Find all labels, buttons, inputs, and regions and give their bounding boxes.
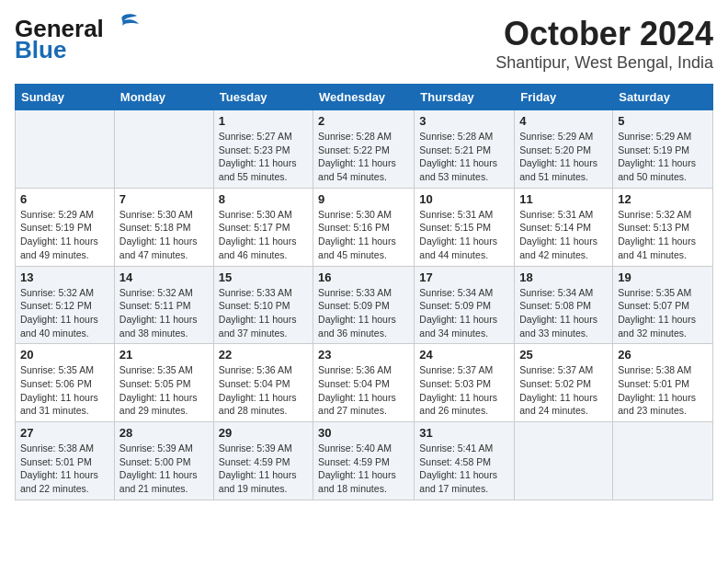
day-number: 26	[618, 348, 708, 362]
logo: General Blue	[15, 15, 139, 64]
day-number: 1	[219, 114, 308, 128]
day-number: 2	[318, 114, 409, 128]
calendar-cell: 22Sunrise: 5:36 AM Sunset: 5:04 PM Dayli…	[213, 344, 313, 422]
day-number: 30	[318, 426, 409, 440]
calendar-cell: 26Sunrise: 5:38 AM Sunset: 5:01 PM Dayli…	[613, 344, 713, 422]
day-info: Sunrise: 5:28 AM Sunset: 5:22 PM Dayligh…	[318, 130, 409, 184]
calendar-week-row: 13Sunrise: 5:32 AM Sunset: 5:12 PM Dayli…	[16, 266, 713, 344]
calendar-cell: 25Sunrise: 5:37 AM Sunset: 5:02 PM Dayli…	[515, 344, 613, 422]
calendar-cell	[613, 422, 713, 500]
day-info: Sunrise: 5:31 AM Sunset: 5:15 PM Dayligh…	[419, 208, 509, 262]
day-number: 31	[419, 426, 509, 440]
calendar-cell: 30Sunrise: 5:40 AM Sunset: 4:59 PM Dayli…	[313, 422, 415, 500]
day-number: 4	[519, 114, 608, 128]
day-info: Sunrise: 5:30 AM Sunset: 5:16 PM Dayligh…	[318, 208, 409, 262]
day-number: 12	[618, 192, 708, 206]
day-info: Sunrise: 5:28 AM Sunset: 5:21 PM Dayligh…	[419, 130, 509, 184]
header-cell-thursday: Thursday	[415, 85, 515, 110]
calendar-cell	[16, 110, 115, 189]
calendar-cell: 6Sunrise: 5:29 AM Sunset: 5:19 PM Daylig…	[16, 188, 115, 266]
day-info: Sunrise: 5:33 AM Sunset: 5:10 PM Dayligh…	[219, 286, 308, 340]
day-info: Sunrise: 5:29 AM Sunset: 5:19 PM Dayligh…	[20, 208, 109, 262]
title-block: October 2024 Shantipur, West Bengal, Ind…	[495, 15, 713, 73]
calendar-week-row: 1Sunrise: 5:27 AM Sunset: 5:23 PM Daylig…	[16, 110, 713, 189]
calendar-cell: 21Sunrise: 5:35 AM Sunset: 5:05 PM Dayli…	[114, 344, 213, 422]
day-info: Sunrise: 5:38 AM Sunset: 5:01 PM Dayligh…	[618, 363, 708, 418]
header-cell-tuesday: Tuesday	[213, 85, 313, 110]
calendar-week-row: 20Sunrise: 5:35 AM Sunset: 5:06 PM Dayli…	[16, 344, 713, 422]
calendar-cell: 20Sunrise: 5:35 AM Sunset: 5:06 PM Dayli…	[16, 344, 115, 422]
day-info: Sunrise: 5:29 AM Sunset: 5:19 PM Dayligh…	[618, 130, 708, 184]
calendar-cell: 3Sunrise: 5:28 AM Sunset: 5:21 PM Daylig…	[415, 110, 515, 189]
day-number: 6	[20, 192, 109, 206]
day-number: 8	[219, 192, 308, 206]
header-row: SundayMondayTuesdayWednesdayThursdayFrid…	[16, 85, 713, 110]
day-number: 10	[419, 192, 509, 206]
calendar-cell: 7Sunrise: 5:30 AM Sunset: 5:18 PM Daylig…	[114, 188, 213, 266]
day-info: Sunrise: 5:41 AM Sunset: 4:58 PM Dayligh…	[419, 442, 509, 496]
day-info: Sunrise: 5:37 AM Sunset: 5:02 PM Dayligh…	[519, 363, 608, 418]
day-info: Sunrise: 5:35 AM Sunset: 5:05 PM Dayligh…	[119, 363, 209, 418]
calendar-cell: 28Sunrise: 5:39 AM Sunset: 5:00 PM Dayli…	[114, 422, 213, 500]
day-number: 3	[419, 114, 509, 128]
calendar-week-row: 6Sunrise: 5:29 AM Sunset: 5:19 PM Daylig…	[16, 188, 713, 266]
calendar-cell: 27Sunrise: 5:38 AM Sunset: 5:01 PM Dayli…	[16, 422, 115, 500]
calendar-cell: 1Sunrise: 5:27 AM Sunset: 5:23 PM Daylig…	[213, 110, 313, 189]
calendar-cell: 10Sunrise: 5:31 AM Sunset: 5:15 PM Dayli…	[415, 188, 515, 266]
calendar-week-row: 27Sunrise: 5:38 AM Sunset: 5:01 PM Dayli…	[16, 422, 713, 500]
calendar-cell	[114, 110, 213, 189]
day-number: 11	[519, 192, 608, 206]
day-number: 15	[219, 270, 308, 284]
day-info: Sunrise: 5:35 AM Sunset: 5:06 PM Dayligh…	[20, 363, 109, 418]
day-info: Sunrise: 5:36 AM Sunset: 5:04 PM Dayligh…	[219, 363, 308, 418]
day-number: 20	[20, 348, 109, 362]
day-number: 5	[618, 114, 708, 128]
day-info: Sunrise: 5:38 AM Sunset: 5:01 PM Dayligh…	[20, 442, 109, 496]
header-cell-monday: Monday	[114, 85, 213, 110]
calendar-cell: 8Sunrise: 5:30 AM Sunset: 5:17 PM Daylig…	[213, 188, 313, 266]
calendar-table: SundayMondayTuesdayWednesdayThursdayFrid…	[15, 84, 713, 500]
calendar-cell: 17Sunrise: 5:34 AM Sunset: 5:09 PM Dayli…	[415, 266, 515, 344]
page-title: October 2024	[495, 15, 713, 53]
logo-bird-icon	[106, 13, 139, 39]
day-info: Sunrise: 5:39 AM Sunset: 5:00 PM Dayligh…	[119, 442, 209, 496]
day-info: Sunrise: 5:36 AM Sunset: 5:04 PM Dayligh…	[318, 363, 409, 418]
day-info: Sunrise: 5:39 AM Sunset: 4:59 PM Dayligh…	[219, 442, 308, 496]
calendar-cell: 2Sunrise: 5:28 AM Sunset: 5:22 PM Daylig…	[313, 110, 415, 189]
day-number: 21	[119, 348, 209, 362]
day-number: 13	[20, 270, 109, 284]
day-number: 9	[318, 192, 409, 206]
day-number: 25	[519, 348, 608, 362]
day-number: 28	[119, 426, 209, 440]
day-info: Sunrise: 5:34 AM Sunset: 5:09 PM Dayligh…	[419, 286, 509, 340]
logo-block: General Blue	[15, 15, 139, 64]
calendar-cell: 18Sunrise: 5:34 AM Sunset: 5:08 PM Dayli…	[515, 266, 613, 344]
calendar-cell: 24Sunrise: 5:37 AM Sunset: 5:03 PM Dayli…	[415, 344, 515, 422]
day-number: 19	[618, 270, 708, 284]
calendar-cell: 4Sunrise: 5:29 AM Sunset: 5:20 PM Daylig…	[515, 110, 613, 189]
day-info: Sunrise: 5:35 AM Sunset: 5:07 PM Dayligh…	[618, 286, 708, 340]
day-number: 24	[419, 348, 509, 362]
day-info: Sunrise: 5:32 AM Sunset: 5:12 PM Dayligh…	[20, 286, 109, 340]
calendar-cell: 15Sunrise: 5:33 AM Sunset: 5:10 PM Dayli…	[213, 266, 313, 344]
header-cell-wednesday: Wednesday	[313, 85, 415, 110]
calendar-cell: 14Sunrise: 5:32 AM Sunset: 5:11 PM Dayli…	[114, 266, 213, 344]
page-subtitle: Shantipur, West Bengal, India	[495, 53, 713, 73]
header-cell-saturday: Saturday	[613, 85, 713, 110]
calendar-cell	[515, 422, 613, 500]
day-info: Sunrise: 5:30 AM Sunset: 5:18 PM Dayligh…	[119, 208, 209, 262]
day-number: 14	[119, 270, 209, 284]
header-cell-friday: Friday	[515, 85, 613, 110]
calendar-cell: 12Sunrise: 5:32 AM Sunset: 5:13 PM Dayli…	[613, 188, 713, 266]
header-cell-sunday: Sunday	[16, 85, 115, 110]
day-info: Sunrise: 5:40 AM Sunset: 4:59 PM Dayligh…	[318, 442, 409, 496]
day-info: Sunrise: 5:29 AM Sunset: 5:20 PM Dayligh…	[519, 130, 608, 184]
day-number: 7	[119, 192, 209, 206]
day-info: Sunrise: 5:32 AM Sunset: 5:13 PM Dayligh…	[618, 208, 708, 262]
day-info: Sunrise: 5:30 AM Sunset: 5:17 PM Dayligh…	[219, 208, 308, 262]
calendar-cell: 19Sunrise: 5:35 AM Sunset: 5:07 PM Dayli…	[613, 266, 713, 344]
calendar-cell: 29Sunrise: 5:39 AM Sunset: 4:59 PM Dayli…	[213, 422, 313, 500]
day-number: 27	[20, 426, 109, 440]
day-number: 22	[219, 348, 308, 362]
day-info: Sunrise: 5:37 AM Sunset: 5:03 PM Dayligh…	[419, 363, 509, 418]
